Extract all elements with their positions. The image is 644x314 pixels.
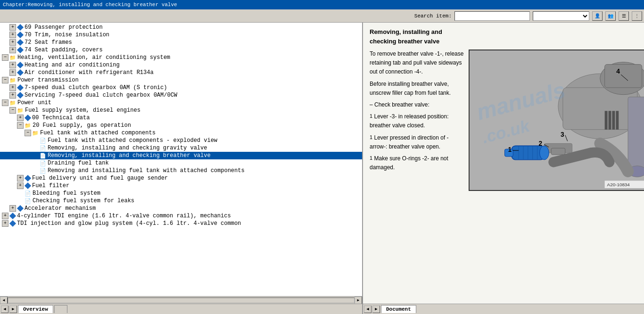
tree-item-item-fuel-supply[interactable]: −📁Fuel supply system, diesel engines	[0, 107, 362, 114]
scroll-track[interactable]	[8, 297, 355, 303]
tree-item-item-74[interactable]: +74 Seat padding, covers	[0, 46, 362, 54]
tree-label-item-bleeding: Bleeding fuel system	[33, 190, 100, 197]
doc-content: To remove breather valve -1-, release re…	[370, 50, 637, 191]
tree-item-item-gravity[interactable]: 📄Removing, installing and checking gravi…	[0, 144, 362, 152]
horizontal-scrollbar[interactable]: ◀ ▶	[0, 296, 362, 304]
expander-leaf-item-accelerator[interactable]: +	[9, 205, 16, 212]
tree-item-item-72[interactable]: +72 Seat frames	[0, 39, 362, 46]
tree-label-item-accelerator: Accelerator mechanism	[25, 205, 96, 212]
tree-item-item-exploded[interactable]: 📄Fuel tank with attached components - ex…	[0, 137, 362, 144]
tree-item-item-servicing[interactable]: +Servicing 7-speed dual clutch gearbox 0…	[0, 91, 362, 99]
tree-label-item-breather: Removing, installing and checking breath…	[48, 152, 211, 159]
tree-label-item-20: 20 Fuel supply, gas operation	[33, 122, 131, 129]
svg-rect-20	[616, 111, 619, 129]
nav-right-btn[interactable]: ▶	[9, 306, 17, 313]
step-1: To remove breather valve -1-, release re…	[370, 50, 464, 77]
tree-item-item-hvac[interactable]: −📁Heating, ventilation, air conditioning…	[0, 54, 362, 61]
tree-item-item-breather[interactable]: 📄Removing, installing and checking breat…	[0, 152, 362, 159]
list-icon-btn[interactable]: ☰	[619, 11, 629, 21]
tree-item-item-removing-tank[interactable]: 📄Removing and installing fuel tank with …	[0, 167, 362, 174]
tree-label-item-72: 72 Seat frames	[25, 39, 72, 46]
svg-rect-5	[628, 97, 644, 172]
tree-label-item-filter: Fuel filter	[32, 182, 69, 189]
tree-area[interactable]: +69 Passenger protection+70 Trim, noise …	[0, 23, 362, 296]
search-label: Search item:	[414, 13, 452, 19]
user2-icon-btn[interactable]: 👥	[605, 11, 616, 21]
expander-leaf-item-74[interactable]: +	[9, 47, 16, 53]
expander-item-power-unit[interactable]: −	[2, 99, 8, 106]
expander-leaf-item-filter[interactable]: +	[17, 182, 24, 189]
scroll-right-btn[interactable]: ▶	[355, 297, 362, 304]
tree-item-item-bleeding[interactable]: 📄Bleeding fuel system	[0, 190, 362, 197]
tree-item-item-heating[interactable]: +Heating and air conditioning	[0, 61, 362, 69]
tree-label-item-gravity: Removing, installing and checking gravit…	[48, 145, 207, 151]
expander-leaf-item-69[interactable]: +	[9, 24, 16, 31]
tree-item-item-69[interactable]: +69 Passenger protection	[0, 24, 362, 31]
doc-area[interactable]: Removing, installing andchecking breathe…	[363, 23, 644, 304]
tree-item-item-draining[interactable]: 📄Draining fuel tank	[0, 159, 362, 167]
tab-document-left[interactable]	[54, 305, 68, 313]
doc-image-area: 1 2 3 4 manuals	[469, 50, 644, 191]
expander-leaf-item-7speed[interactable]: +	[9, 84, 16, 91]
tree-label-item-heating: Heating and air conditioning	[25, 62, 120, 68]
expander-item-hvac[interactable]: −	[2, 54, 8, 61]
tree-label-item-fuel-supply: Fuel supply system, diesel engines	[25, 107, 140, 114]
svg-text:4: 4	[616, 67, 620, 75]
tree-label-item-7speed: 7-speed dual clutch gearbox 0AM (S troni…	[25, 84, 167, 91]
svg-text:2: 2	[539, 140, 543, 147]
tree-item-item-4cyl[interactable]: +4-cylinder TDI engine (1.6 ltr. 4-valve…	[0, 212, 362, 220]
tree-label-item-74: 74 Seat padding, covers	[25, 47, 103, 53]
expander-leaf-item-00[interactable]: +	[17, 115, 24, 121]
tree-item-item-delivery[interactable]: +Fuel delivery unit and fuel gauge sende…	[0, 174, 362, 182]
tree-item-item-20[interactable]: −📁20 Fuel supply, gas operation	[0, 122, 362, 129]
expander-leaf-item-delivery[interactable]: +	[17, 175, 24, 182]
tree-item-item-accelerator[interactable]: +Accelerator mechanism	[0, 205, 362, 212]
title-text: Chapter:Removing, installing and checkin…	[3, 2, 177, 8]
scroll-left-btn[interactable]: ◀	[0, 297, 8, 304]
right-nav-right-btn[interactable]: ▶	[372, 306, 380, 313]
tree-label-item-hvac: Heating, ventilation, air conditioning s…	[17, 54, 170, 61]
tab-document-right[interactable]: Document	[381, 305, 416, 313]
step-5: 1 Lever pressed in direction of -arrow-:…	[370, 133, 464, 151]
expander-leaf-item-4cyl[interactable]: +	[2, 213, 8, 219]
search-select[interactable]	[533, 11, 589, 21]
expander-item-fuel-supply[interactable]: −	[9, 107, 16, 114]
left-nav-bar: ◀ ▶ Overview	[0, 304, 362, 314]
nav-left-btn[interactable]: ◀	[1, 306, 8, 313]
expander-item-tank[interactable]: −	[25, 130, 31, 136]
doc-text: To remove breather valve -1-, release re…	[370, 50, 464, 191]
tab-overview[interactable]: Overview	[18, 305, 53, 313]
tree-label-item-69: 69 Passenger protection	[25, 24, 103, 31]
search-input[interactable]	[454, 11, 530, 21]
tree-label-item-70: 70 Trim, noise insulation	[25, 32, 109, 38]
tree-label-item-tdi: TDI injection and glow plug system (4-cy…	[17, 220, 241, 227]
expander-leaf-item-72[interactable]: +	[9, 39, 16, 46]
tree-item-item-aircon[interactable]: +Air conditioner with refrigerant R134a	[0, 69, 362, 76]
tree-item-item-filter[interactable]: +Fuel filter	[0, 182, 362, 190]
left-panel: +69 Passenger protection+70 Trim, noise …	[0, 23, 363, 314]
menu-icon-btn[interactable]: ⋮	[632, 11, 642, 21]
tree-item-item-tank[interactable]: −📁Fuel tank with attached components	[0, 129, 362, 137]
right-nav-left-btn[interactable]: ◀	[364, 306, 372, 313]
title-bar: Chapter:Removing, installing and checkin…	[0, 0, 644, 9]
toolbar: Search item: 👤 👥 ☰ ⋮	[0, 9, 644, 23]
expander-item-20[interactable]: −	[17, 122, 24, 129]
tree-item-item-00[interactable]: +00 Technical data	[0, 114, 362, 122]
tree-item-item-tdi[interactable]: +TDI injection and glow plug system (4-c…	[0, 220, 362, 227]
expander-leaf-item-aircon[interactable]: +	[9, 69, 16, 76]
tree-item-item-checking[interactable]: 📄Checking fuel system for leaks	[0, 197, 362, 205]
tree-label-item-power-unit: Power unit	[17, 99, 51, 106]
expander-leaf-item-tdi[interactable]: +	[2, 220, 8, 227]
expander-item-power-trans[interactable]: −	[2, 77, 8, 83]
tree-label-item-checking: Checking fuel system for leaks	[33, 198, 134, 204]
step-4: 1 Lever -3- in released position: breath…	[370, 112, 464, 130]
main-layout: +69 Passenger protection+70 Trim, noise …	[0, 23, 644, 314]
user-icon-btn[interactable]: 👤	[592, 11, 603, 21]
expander-leaf-item-servicing[interactable]: +	[9, 92, 16, 99]
expander-leaf-item-70[interactable]: +	[9, 32, 16, 38]
tree-item-item-power-trans[interactable]: −📁Power transmission	[0, 76, 362, 84]
expander-leaf-item-heating[interactable]: +	[9, 62, 16, 68]
tree-item-item-power-unit[interactable]: −📁Power unit	[0, 99, 362, 107]
tree-item-item-7speed[interactable]: +7-speed dual clutch gearbox 0AM (S tron…	[0, 84, 362, 91]
tree-item-item-70[interactable]: +70 Trim, noise insulation	[0, 31, 362, 39]
